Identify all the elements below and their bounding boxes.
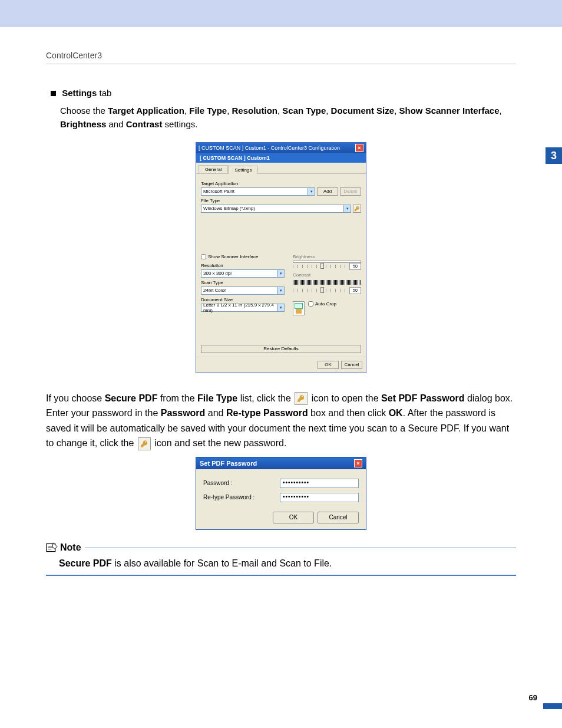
key-icon[interactable] <box>353 205 361 213</box>
section-title-rest: tab <box>97 88 111 98</box>
checkbox-icon[interactable] <box>308 301 313 307</box>
dialog-title: [ CUSTOM SCAN ] Custom1 - ControlCenter3… <box>199 145 340 151</box>
tab-general[interactable]: General <box>199 165 228 173</box>
target-app-select[interactable]: Microsoft Paint ▾ <box>201 187 315 196</box>
scan-type-select[interactable]: 24bit Color ▾ <box>201 286 285 295</box>
contrast-label: Contrast <box>293 272 361 278</box>
ok-button[interactable]: OK <box>273 512 314 523</box>
brightness-slider[interactable] <box>293 265 348 268</box>
restore-defaults-button[interactable]: Restore Defaults <box>201 345 361 353</box>
add-button[interactable]: Add <box>317 187 338 196</box>
intro-text: Choose the Target Application, File Type… <box>60 104 516 131</box>
auto-crop-icon <box>293 301 305 315</box>
top-banner <box>0 0 562 27</box>
contrast-preview <box>293 280 361 285</box>
contrast-value: 50 <box>349 287 361 294</box>
file-type-select[interactable]: Windows Bitmap (*.bmp) ▾ <box>201 205 351 213</box>
chapter-tab: 3 <box>546 147 562 164</box>
retype-password-label: Re-type Password : <box>203 494 280 500</box>
footer-tab <box>543 703 562 709</box>
checkbox-icon[interactable] <box>201 254 206 259</box>
doc-size-label: Document Size <box>201 297 285 302</box>
tab-strip: General Settings <box>196 163 366 174</box>
password-input[interactable]: •••••••••• <box>280 479 359 488</box>
ok-button[interactable]: OK <box>318 361 339 369</box>
custom-scan-dialog: [ CUSTOM SCAN ] Custom1 - ControlCenter3… <box>196 142 366 373</box>
slider-thumb-icon[interactable] <box>320 263 324 269</box>
cancel-button[interactable]: Cancel <box>318 512 359 523</box>
password-label: Password : <box>203 480 280 486</box>
slider-thumb-icon[interactable] <box>320 287 324 293</box>
delete-button: Delete <box>340 187 361 196</box>
chevron-down-icon: ▾ <box>277 287 284 294</box>
scan-type-label: Scan Type <box>201 280 285 285</box>
brightness-label: Brightness <box>293 254 361 259</box>
page-number: 69 <box>529 693 537 702</box>
retype-password-input[interactable]: •••••••••• <box>280 493 359 502</box>
tab-settings[interactable]: Settings <box>228 166 258 174</box>
section-title-bold: Settings <box>62 88 97 98</box>
close-icon[interactable]: × <box>355 144 363 152</box>
dialog-title: Set PDF Password <box>200 460 257 467</box>
note-box: Note Secure PDF is also available for Sc… <box>46 548 516 576</box>
note-heading: Note <box>46 542 85 553</box>
note-text: Secure PDF is also available for Scan to… <box>59 558 516 569</box>
dialog-titlebar: [ CUSTOM SCAN ] Custom1 - ControlCenter3… <box>196 143 366 153</box>
set-pdf-password-dialog: Set PDF Password × Password : ••••••••••… <box>196 457 366 530</box>
secure-pdf-paragraph: If you choose Secure PDF from the File T… <box>46 391 516 451</box>
doc-size-select[interactable]: Letter 8 1/2 x 11 in (215.9 x 279.4 mm) … <box>201 304 285 312</box>
close-icon[interactable]: × <box>354 459 362 467</box>
chevron-down-icon: ▾ <box>277 304 284 311</box>
resolution-label: Resolution <box>201 263 285 268</box>
chevron-down-icon: ▾ <box>277 270 284 277</box>
section-heading: Settings tab <box>46 88 516 98</box>
contrast-slider[interactable] <box>293 289 348 292</box>
target-app-label: Target Application <box>201 181 361 186</box>
key-icon <box>138 437 151 450</box>
bullet-icon <box>51 91 56 96</box>
key-icon <box>295 392 308 405</box>
file-type-label: File Type <box>201 198 361 203</box>
divider <box>46 64 516 64</box>
note-icon <box>46 542 58 553</box>
cancel-button[interactable]: Cancel <box>341 361 362 369</box>
auto-crop-checkbox[interactable]: Auto Crop <box>308 301 336 307</box>
resolution-select[interactable]: 300 x 300 dpi ▾ <box>201 269 285 278</box>
dialog-titlebar: Set PDF Password × <box>196 457 366 469</box>
breadcrumb: ControlCenter3 <box>46 51 516 60</box>
show-scanner-checkbox[interactable]: Show Scanner Interface <box>201 254 285 259</box>
chevron-down-icon: ▾ <box>343 205 351 212</box>
dialog-subtitle: [ CUSTOM SCAN ] Custom1 <box>196 153 366 163</box>
brightness-value: 50 <box>349 263 361 270</box>
chevron-down-icon: ▾ <box>308 188 315 195</box>
